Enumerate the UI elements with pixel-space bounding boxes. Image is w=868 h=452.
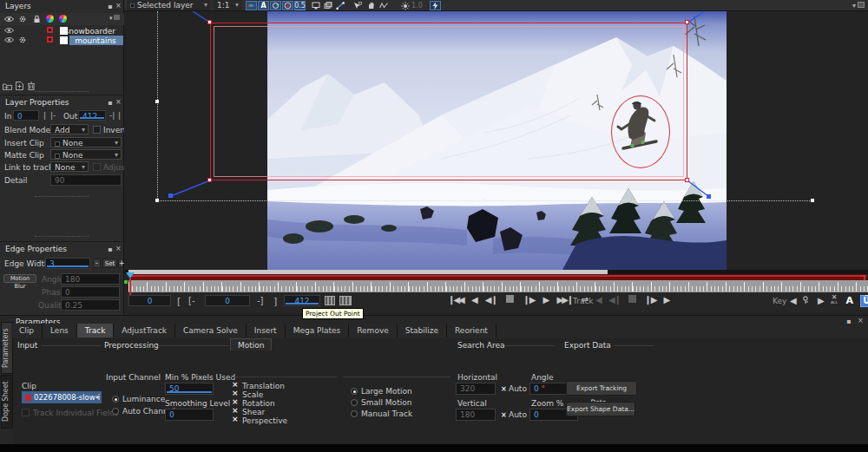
- spline-color-column-icon[interactable]: [46, 15, 54, 23]
- spline-corner-point[interactable]: [207, 20, 212, 24]
- new-layer-button[interactable]: [16, 82, 23, 90]
- panel-drag-handle[interactable]: [35, 236, 89, 239]
- eye-icon[interactable]: [4, 36, 14, 43]
- set-in-button[interactable]: |: [43, 111, 46, 120]
- gear-icon[interactable]: [18, 36, 27, 44]
- adjusted-checkbox[interactable]: [93, 163, 101, 171]
- out-frame-field[interactable]: 412: [284, 295, 320, 306]
- panel-drag-handle[interactable]: [35, 91, 89, 94]
- track-one-forward-button[interactable]: ❙▶: [644, 295, 656, 305]
- tab-adjusttrack[interactable]: AdjustTrack: [114, 324, 175, 337]
- delete-layer-button[interactable]: [28, 82, 35, 90]
- close-icon[interactable]: ×: [115, 245, 122, 252]
- edge-width-minus-button[interactable]: -: [93, 259, 101, 268]
- bbox-handle[interactable]: [155, 199, 159, 202]
- auto-vertical-check-icon[interactable]: ×: [501, 411, 507, 419]
- next-key-button[interactable]: ▶: [818, 296, 824, 305]
- edge-width-field[interactable]: 3: [45, 258, 90, 269]
- mattes-view-icon[interactable]: [282, 1, 293, 10]
- key-icon[interactable]: [803, 296, 813, 305]
- translation-check-icon[interactable]: ×: [232, 381, 239, 389]
- set-out-button[interactable]: |: [118, 111, 121, 120]
- export-shape-data-button[interactable]: Export Shape Data...: [566, 402, 635, 416]
- set-in-bracket-button[interactable]: [: [177, 296, 181, 307]
- detail-field[interactable]: 90: [50, 174, 122, 186]
- bbox-handle[interactable]: [483, 199, 486, 202]
- track-one-backward-button[interactable]: ◀❙: [608, 295, 621, 305]
- out-point-field[interactable]: 412: [78, 110, 106, 121]
- new-group-button[interactable]: [3, 82, 12, 90]
- uberkey-toggle[interactable]: Ü: [860, 295, 868, 307]
- layer-view-dropdown[interactable]: Selected layer ▾: [127, 0, 210, 10]
- tab-insert[interactable]: Insert: [247, 324, 286, 337]
- set-out-bracket-button[interactable]: ]: [273, 296, 277, 307]
- gpu-toggle-icon[interactable]: [430, 1, 441, 10]
- lock-column-icon[interactable]: [33, 15, 41, 23]
- edge-width-plus-button[interactable]: +: [118, 259, 123, 268]
- auto-horizontal-check-icon[interactable]: ×: [501, 385, 507, 393]
- side-tab-dope-sheet[interactable]: Dope Sheet: [1, 375, 13, 429]
- dock-icon[interactable]: ▪: [108, 3, 112, 10]
- prev-key-button[interactable]: ◀: [790, 296, 796, 305]
- spline-corner-point[interactable]: [207, 178, 212, 182]
- goto-start-button[interactable]: ❙◀◀: [448, 295, 464, 305]
- tab-camera-solve[interactable]: Camera Solve: [175, 324, 247, 337]
- auto-channel-radio[interactable]: [112, 408, 119, 415]
- blend-mode-dropdown[interactable]: Add▾: [50, 124, 89, 134]
- spline-color-chip[interactable]: [47, 36, 53, 43]
- nudge-in-button[interactable]: |-: [50, 111, 56, 120]
- play-backward-button[interactable]: ◀: [471, 295, 477, 305]
- layer-name[interactable]: mountains: [69, 36, 122, 45]
- layer-row[interactable]: snowboarder: [0, 26, 124, 36]
- vertical-field[interactable]: 180: [456, 409, 496, 421]
- viewer-canvas[interactable]: [124, 11, 868, 270]
- insert-clip-dropdown[interactable]: None▾: [50, 137, 122, 147]
- horizontal-field[interactable]: 320: [456, 383, 496, 395]
- export-tracking-data-button[interactable]: Export Tracking Data...: [566, 381, 637, 396]
- nudge-out-button[interactable]: -|: [109, 111, 115, 120]
- zoom-ratio-dropdown[interactable]: 1:1 ▾: [214, 0, 241, 10]
- matte-color-column-icon[interactable]: [59, 15, 67, 23]
- overlay-opacity-button[interactable]: 0.5: [294, 1, 306, 10]
- proxy-display-icon[interactable]: [310, 1, 321, 10]
- close-icon[interactable]: ×: [858, 317, 864, 324]
- brightness-icon[interactable]: [399, 1, 411, 10]
- gear-column-icon[interactable]: [18, 15, 27, 23]
- spline-corner-point[interactable]: [685, 178, 689, 182]
- tab-mega-plates[interactable]: Mega Plates: [286, 324, 350, 337]
- spline-corner-point[interactable]: [685, 20, 689, 24]
- zoom-to-inout-icon[interactable]: [325, 296, 335, 305]
- in-point-field[interactable]: 0: [13, 110, 39, 121]
- matte-color-chip[interactable]: [60, 36, 68, 44]
- toolbar-menu-icon[interactable]: ▾: [852, 2, 865, 10]
- playhead[interactable]: [126, 272, 135, 278]
- min-pixels-field[interactable]: 50: [165, 383, 214, 395]
- manual-track-radio[interactable]: [351, 410, 358, 417]
- curve-editor-icon[interactable]: [378, 1, 389, 10]
- angle-field[interactable]: 180: [61, 273, 120, 285]
- tab-reorient[interactable]: Reorient: [447, 324, 496, 337]
- bbox-handle[interactable]: [155, 100, 159, 103]
- matte-clip-dropdown[interactable]: None▾: [50, 149, 122, 160]
- bbox-handle[interactable]: [811, 199, 814, 202]
- dock-icon[interactable]: ▪: [846, 318, 851, 325]
- panel-drag-handle[interactable]: [35, 196, 89, 199]
- rotate-view-icon[interactable]: [270, 1, 281, 10]
- step-forward-button[interactable]: ❙▶: [523, 295, 535, 305]
- large-motion-radio[interactable]: [351, 388, 358, 395]
- perspective-check-icon[interactable]: ×: [232, 416, 239, 423]
- track-stop-button[interactable]: [628, 295, 636, 303]
- zoom-to-full-icon[interactable]: [339, 296, 352, 305]
- frame-ruler[interactable]: [128, 280, 868, 292]
- phase-field[interactable]: 0: [61, 286, 120, 298]
- luminance-radio[interactable]: [112, 396, 119, 403]
- current-frame-field[interactable]: 0: [128, 295, 171, 306]
- smoothing-field[interactable]: 0: [165, 409, 214, 421]
- remove-all-keys-icon[interactable]: ✕ALL: [831, 298, 840, 305]
- visibility-column-icon[interactable]: [4, 16, 14, 23]
- tab-lens[interactable]: Lens: [43, 324, 77, 337]
- pan-tool-icon[interactable]: [365, 1, 377, 10]
- out-nudge-button[interactable]: -]: [257, 296, 264, 305]
- tab-remove[interactable]: Remove: [349, 324, 398, 337]
- annotate-tool-icon[interactable]: [352, 1, 363, 10]
